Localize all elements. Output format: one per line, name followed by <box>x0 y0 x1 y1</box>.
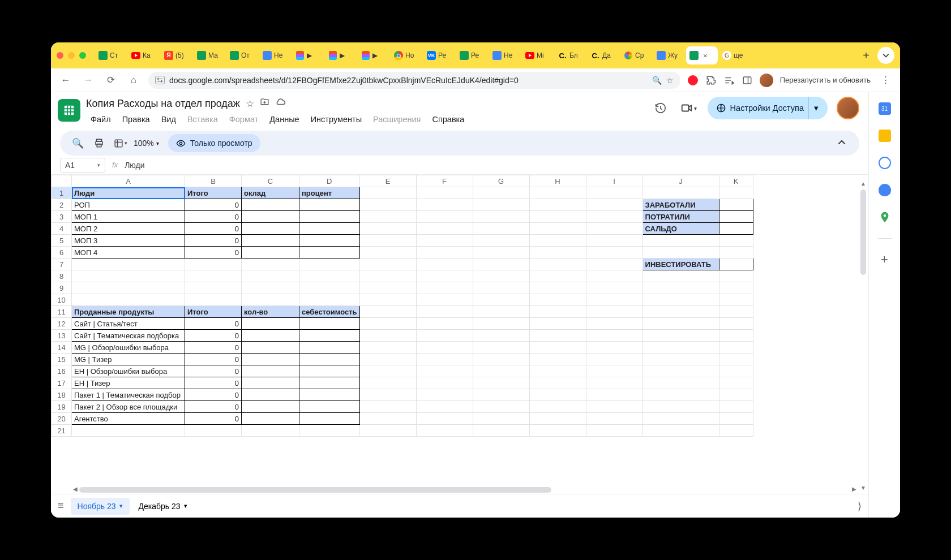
cell-J5[interactable] <box>642 235 719 247</box>
cell-J4[interactable]: САЛЬДО <box>642 223 719 235</box>
tab-list-dropdown[interactable] <box>877 47 894 64</box>
row-header[interactable]: 8 <box>52 270 72 282</box>
cell-G13[interactable] <box>473 330 529 342</box>
contacts-addon-icon[interactable] <box>879 184 891 196</box>
cell-I9[interactable] <box>586 282 642 294</box>
cell-H9[interactable] <box>529 282 586 294</box>
cell-J20[interactable] <box>642 413 719 425</box>
sheet-tab[interactable]: Декабрь 23 ▾ <box>132 498 194 515</box>
cell-F18[interactable] <box>416 389 473 401</box>
cell-J3[interactable]: ПОТРАТИЛИ <box>642 211 719 223</box>
menu-вставка[interactable]: Вставка <box>183 113 222 126</box>
collapse-toolbar-icon[interactable] <box>833 135 850 152</box>
row-header[interactable]: 5 <box>52 235 72 247</box>
cell-A20[interactable]: Агентство <box>72 413 185 425</box>
cell-F12[interactable] <box>416 318 473 330</box>
cell-G5[interactable] <box>473 235 529 247</box>
cell-E1[interactable] <box>359 187 416 199</box>
row-header[interactable]: 21 <box>52 425 72 437</box>
cell-C2[interactable] <box>242 199 299 211</box>
cell-H15[interactable] <box>529 354 586 365</box>
cell-G14[interactable] <box>473 342 529 354</box>
cell-F14[interactable] <box>416 342 473 354</box>
cell-E13[interactable] <box>359 330 416 342</box>
cloud-status-icon[interactable] <box>275 97 286 110</box>
spreadsheet-grid[interactable]: ABCDEFGHIJK1ЛюдиИтогоокладпроцент2РОП0ЗА… <box>51 175 868 494</box>
nav-back[interactable]: ← <box>58 72 74 88</box>
cell-D21[interactable] <box>299 425 360 437</box>
cell-D17[interactable] <box>299 377 360 389</box>
cell-I6[interactable] <box>586 247 642 259</box>
cell-E4[interactable] <box>359 223 416 235</box>
col-header-F[interactable]: F <box>416 175 473 187</box>
site-info-icon[interactable]: ⇆ <box>155 76 165 84</box>
history-icon[interactable] <box>651 98 670 118</box>
vertical-scrollbar[interactable]: ▲ ▼ <box>859 188 867 493</box>
cell-B1[interactable]: Итого <box>185 187 242 199</box>
cell-B18[interactable]: 0 <box>185 389 242 401</box>
cell-K8[interactable] <box>719 270 753 282</box>
menu-данные[interactable]: Данные <box>265 113 303 126</box>
cell-F21[interactable] <box>416 425 473 437</box>
row-header[interactable]: 7 <box>52 259 72 270</box>
get-addons-icon[interactable]: + <box>879 253 891 266</box>
sheet-tab[interactable]: Ноябрь 23 ▾ <box>71 498 130 515</box>
cell-H2[interactable] <box>529 199 586 211</box>
cell-D19[interactable] <box>299 401 360 413</box>
sheets-logo[interactable] <box>58 99 80 122</box>
cell-J7[interactable]: ИНВЕСТИРОВАТЬ <box>642 259 719 270</box>
cell-B6[interactable]: 0 <box>185 247 242 259</box>
doc-title[interactable]: Копия Расходы на отдел продаж <box>86 98 240 110</box>
extension-playlist-icon[interactable] <box>723 75 735 86</box>
cell-K11[interactable] <box>719 306 753 318</box>
cell-D14[interactable] <box>299 342 360 354</box>
cell-I10[interactable] <box>586 294 642 306</box>
cell-E18[interactable] <box>359 389 416 401</box>
maximize-window[interactable] <box>79 52 86 59</box>
cell-C1[interactable]: оклад <box>242 187 299 199</box>
cell-E20[interactable] <box>359 413 416 425</box>
cell-D6[interactable] <box>299 247 360 259</box>
cell-J10[interactable] <box>642 294 719 306</box>
zoom-select[interactable]: 100% ▾ <box>134 139 159 148</box>
cell-E2[interactable] <box>359 199 416 211</box>
cell-G8[interactable] <box>473 270 529 282</box>
cell-A6[interactable]: МОП 4 <box>72 247 185 259</box>
cell-G15[interactable] <box>473 354 529 365</box>
cell-D4[interactable] <box>299 223 360 235</box>
cell-K12[interactable] <box>719 318 753 330</box>
cell-I2[interactable] <box>586 199 642 211</box>
cell-H3[interactable] <box>529 211 586 223</box>
cell-A18[interactable]: Пакет 1 | Тематическая подбор <box>72 389 185 401</box>
row-header[interactable]: 11 <box>52 306 72 318</box>
sheet-menu-icon[interactable]: ▾ <box>184 502 187 510</box>
extension-opera-icon[interactable] <box>687 75 699 86</box>
cell-K17[interactable] <box>719 377 753 389</box>
row-header[interactable]: 14 <box>52 342 72 354</box>
cell-I21[interactable] <box>586 425 642 437</box>
browser-tab[interactable]: ▶ <box>325 46 357 64</box>
cell-G11[interactable] <box>473 306 529 318</box>
menu-вид[interactable]: Вид <box>157 113 181 126</box>
browser-tab[interactable]: Жу <box>653 46 685 64</box>
cell-H7[interactable] <box>529 259 586 270</box>
cell-B14[interactable]: 0 <box>185 342 242 354</box>
share-button[interactable]: Настройки Доступа ▾ <box>708 97 828 119</box>
cell-J21[interactable] <box>642 425 719 437</box>
cell-E17[interactable] <box>359 377 416 389</box>
col-header-G[interactable]: G <box>473 175 529 187</box>
cell-I12[interactable] <box>586 318 642 330</box>
cell-C5[interactable] <box>242 235 299 247</box>
cell-I8[interactable] <box>586 270 642 282</box>
row-header[interactable]: 1 <box>52 187 72 199</box>
cell-J2[interactable]: ЗАРАБОТАЛИ <box>642 199 719 211</box>
cell-J9[interactable] <box>642 282 719 294</box>
cell-H16[interactable] <box>529 365 586 377</box>
cell-B2[interactable]: 0 <box>185 199 242 211</box>
col-header-K[interactable]: K <box>719 175 753 187</box>
row-header[interactable]: 2 <box>52 199 72 211</box>
cell-E11[interactable] <box>359 306 416 318</box>
cell-D10[interactable] <box>299 294 360 306</box>
cell-B3[interactable]: 0 <box>185 211 242 223</box>
cell-I7[interactable] <box>586 259 642 270</box>
